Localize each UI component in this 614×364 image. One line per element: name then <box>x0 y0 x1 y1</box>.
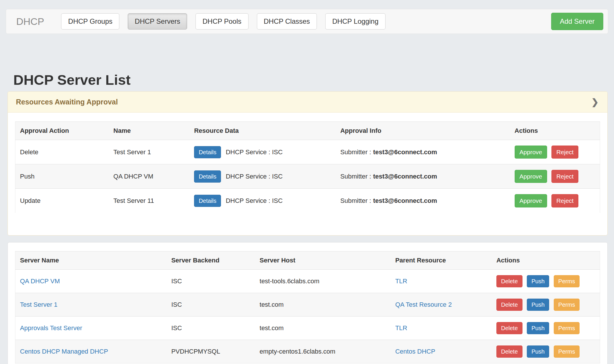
parent-resource-cell: QA Test Resource 2 <box>391 293 492 316</box>
approval-info-cell: Submitter :test3@6connect.com <box>336 164 510 189</box>
add-server-button[interactable]: Add Server <box>551 13 603 30</box>
col-server-name: Server Name <box>15 251 167 269</box>
approval-actions-cell: Approve Reject <box>510 140 600 164</box>
server-name-cell: Approvals Test Server <box>15 316 167 340</box>
submitter-prefix-label: Submitter : <box>340 148 371 156</box>
parent-resource-link[interactable]: Centos DHCP <box>395 348 435 355</box>
server-name-cell: Test Server 1 <box>15 293 167 316</box>
details-button[interactable]: Details <box>194 170 221 183</box>
server-host-cell: test-tools.6clabs.com <box>255 269 390 293</box>
submitter-prefix-label: Submitter : <box>340 173 371 180</box>
reject-button[interactable]: Reject <box>551 170 579 183</box>
push-button[interactable]: Push <box>527 275 549 287</box>
page-title: DHCP Server List <box>13 72 614 88</box>
server-name-cell: Centos DHCP Managed DHCP <box>15 340 167 363</box>
dhcp-brand-label: DHCP <box>16 16 44 27</box>
col-server-actions: Actions <box>492 251 600 269</box>
approval-action-cell: Update <box>15 189 109 213</box>
server-name-link[interactable]: Centos DHCP Managed DHCP <box>20 348 108 355</box>
approval-row: Update Test Server 11 Details DHCP Servi… <box>15 189 600 213</box>
tab-dhcp-groups[interactable]: DHCP Groups <box>61 13 119 30</box>
col-server-backend: Server Backend <box>167 251 255 269</box>
server-row: Approvals Test Server ISC test.com TLR D… <box>15 316 600 340</box>
server-backend-cell: ISC <box>167 293 255 316</box>
col-actions: Actions <box>510 122 600 140</box>
col-name: Name <box>109 122 190 140</box>
perms-button[interactable]: Perms <box>554 322 580 334</box>
perms-button[interactable]: Perms <box>554 345 580 358</box>
approval-panel-body: Approval Action Name Resource Data Appro… <box>8 113 607 235</box>
approval-info-cell: Submitter :test3@6connect.com <box>336 189 510 213</box>
tab-dhcp-pools[interactable]: DHCP Pools <box>195 13 248 30</box>
approval-actions-cell: Approve Reject <box>510 189 600 213</box>
parent-resource-link[interactable]: QA Test Resource 2 <box>395 301 452 308</box>
col-parent-resource: Parent Resource <box>391 251 492 269</box>
tab-dhcp-classes[interactable]: DHCP Classes <box>257 13 317 30</box>
approval-actions-cell: Approve Reject <box>510 164 600 189</box>
details-button[interactable]: Details <box>194 195 221 207</box>
approval-name-cell: Test Server 1 <box>109 140 190 164</box>
server-name-link[interactable]: QA DHCP VM <box>20 277 60 285</box>
parent-resource-link[interactable]: TLR <box>395 324 407 332</box>
submitter-email: test3@6connect.com <box>373 148 437 156</box>
approval-name-cell: QA DHCP VM <box>109 164 190 189</box>
delete-button[interactable]: Delete <box>496 275 522 287</box>
server-host-cell: test.com <box>255 293 390 316</box>
perms-button[interactable]: Perms <box>554 275 580 287</box>
delete-button[interactable]: Delete <box>496 299 522 311</box>
approval-info-cell: Submitter :test3@6connect.com <box>336 140 510 164</box>
chevron-right-icon[interactable]: ❯ <box>591 98 599 106</box>
approve-button[interactable]: Approve <box>515 194 547 207</box>
reject-button[interactable]: Reject <box>551 146 579 159</box>
server-host-cell: empty-centos1.6clabs.com <box>255 340 390 363</box>
parent-resource-cell: Centos DHCP <box>391 340 492 363</box>
parent-resource-link[interactable]: TLR <box>395 277 407 285</box>
approval-panel: Resources Awaiting Approval ❯ Approval A… <box>8 91 608 236</box>
server-list-card: Server Name Server Backend Server Host P… <box>8 242 608 364</box>
delete-button[interactable]: Delete <box>496 322 522 334</box>
col-approval-info: Approval Info <box>336 122 510 140</box>
approval-resource-cell: Details DHCP Service : ISC <box>189 164 336 189</box>
server-backend-cell: PVDHCPMYSQL <box>167 340 255 363</box>
approval-table: Approval Action Name Resource Data Appro… <box>15 122 600 213</box>
server-actions-cell: Delete Push Perms <box>492 269 600 293</box>
delete-button[interactable]: Delete <box>496 345 522 358</box>
server-name-cell: QA DHCP VM <box>15 269 167 293</box>
approval-row: Push QA DHCP VM Details DHCP Service : I… <box>15 164 600 189</box>
col-server-host: Server Host <box>255 251 390 269</box>
approve-button[interactable]: Approve <box>515 170 547 183</box>
approval-action-cell: Push <box>15 164 109 189</box>
server-actions-cell: Delete Push Perms <box>492 316 600 340</box>
server-backend-cell: ISC <box>167 269 255 293</box>
resource-service-label: DHCP Service : ISC <box>226 197 282 204</box>
approval-header-row: Approval Action Name Resource Data Appro… <box>15 122 600 140</box>
resource-service-label: DHCP Service : ISC <box>226 173 282 180</box>
server-name-link[interactable]: Test Server 1 <box>20 301 58 308</box>
server-backend-cell: ISC <box>167 316 255 340</box>
push-button[interactable]: Push <box>527 345 549 358</box>
submitter-email: test3@6connect.com <box>373 197 437 204</box>
approval-name-cell: Test Server 11 <box>109 189 190 213</box>
resource-service-label: DHCP Service : ISC <box>226 148 282 156</box>
approval-panel-heading[interactable]: Resources Awaiting Approval ❯ <box>8 92 607 113</box>
server-header-row: Server Name Server Backend Server Host P… <box>15 251 600 269</box>
details-button[interactable]: Details <box>194 146 221 158</box>
perms-button[interactable]: Perms <box>554 299 580 311</box>
col-approval-action: Approval Action <box>15 122 109 140</box>
server-name-link[interactable]: Approvals Test Server <box>20 324 82 332</box>
push-button[interactable]: Push <box>527 322 549 334</box>
server-row: QA DHCP VM ISC test-tools.6clabs.com TLR… <box>15 269 600 293</box>
reject-button[interactable]: Reject <box>551 194 579 207</box>
approval-panel-title: Resources Awaiting Approval <box>16 98 118 106</box>
submitter-prefix-label: Submitter : <box>340 197 371 204</box>
push-button[interactable]: Push <box>527 299 549 311</box>
tab-dhcp-servers[interactable]: DHCP Servers <box>128 13 187 30</box>
col-resource-data: Resource Data <box>189 122 336 140</box>
server-row: Centos DHCP Managed DHCP PVDHCPMYSQL emp… <box>15 340 600 363</box>
submitter-email: test3@6connect.com <box>373 173 437 180</box>
parent-resource-cell: TLR <box>391 316 492 340</box>
server-actions-cell: Delete Push Perms <box>492 340 600 363</box>
approve-button[interactable]: Approve <box>515 146 547 159</box>
tab-dhcp-logging[interactable]: DHCP Logging <box>325 13 385 30</box>
server-row: Test Server 1 ISC test.com QA Test Resou… <box>15 293 600 316</box>
